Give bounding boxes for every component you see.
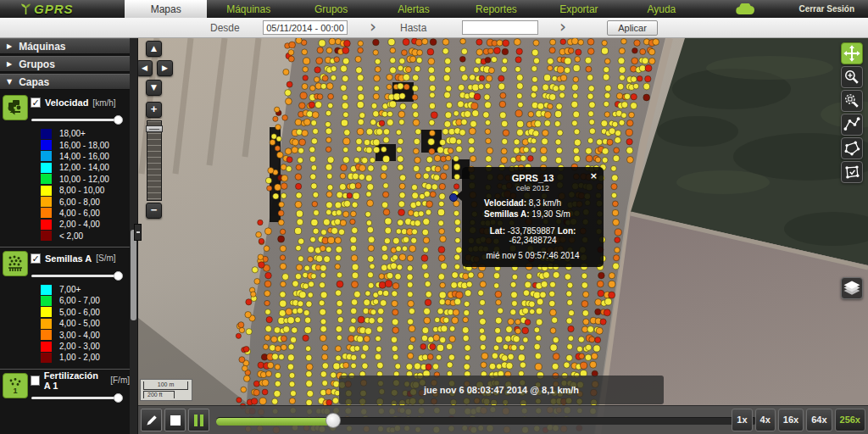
zoom-out-button[interactable]: − xyxy=(146,203,162,219)
timeline-slider[interactable] xyxy=(216,417,757,425)
app-logo: GPRS xyxy=(20,0,74,18)
logo-text: GPRS xyxy=(34,2,74,16)
sidebar: ▶Máquinas▶Grupos▼Capas ✓Velocidad[km/h]1… xyxy=(0,38,138,434)
desde-label: Desde xyxy=(210,22,240,34)
layer-icon-velocidad xyxy=(3,95,28,120)
layer-fertilizaciona1: 1Fertilización A 1[F/m] xyxy=(0,370,130,411)
pan-down-button[interactable]: ▼ xyxy=(146,80,162,96)
legend-label: 7,00+ xyxy=(59,285,81,294)
pan-up-button[interactable]: ▲ xyxy=(146,41,162,57)
select-area-tool-button[interactable] xyxy=(841,161,863,183)
pan-left-button[interactable]: ◀ xyxy=(136,60,153,76)
speed-button-4x[interactable]: 4x xyxy=(755,409,776,431)
legend-label: 5,00 - 6,00 xyxy=(59,308,100,317)
legend-label: 10,00 - 12,00 xyxy=(59,175,109,184)
zoom-in-button[interactable]: + xyxy=(146,102,162,118)
tab-grupos[interactable]: Grupos xyxy=(290,0,372,18)
sidebar-section-capas[interactable]: ▼Capas xyxy=(0,74,130,90)
zoom-level-slider[interactable] xyxy=(147,120,162,201)
legend-label: 6,00 - 7,00 xyxy=(59,296,100,305)
tooltip-latlon: Lat: -33,7859887 Lon: -62,3488724 xyxy=(469,226,597,245)
measure-path-tool-button[interactable] xyxy=(841,114,863,136)
legend-swatch xyxy=(41,319,52,329)
tooltip-subtitle: cele 2012 xyxy=(469,184,597,192)
timeline-slider-thumb[interactable] xyxy=(326,413,341,428)
legend-label: < 2,00 xyxy=(59,231,83,241)
pause-button[interactable] xyxy=(188,409,209,431)
timeline-progress xyxy=(216,418,333,426)
layer-unit: [km/h] xyxy=(92,98,115,108)
legend-label: 2,00 - 3,00 xyxy=(59,342,100,351)
layer-opacity-thumb[interactable] xyxy=(114,115,123,125)
layer-legend-velocidad: 18,00+16,00 - 18,0014,00 - 16,0012,00 - … xyxy=(0,128,130,242)
sidebar-section-maquinas[interactable]: ▶Máquinas xyxy=(0,38,130,54)
layer-checkbox-semillasa[interactable]: ✓ xyxy=(31,253,41,264)
sidebar-collapse-handle[interactable] xyxy=(134,224,142,241)
legend-swatch xyxy=(41,307,52,317)
tooltip-speed-label: Velocidad: xyxy=(484,198,526,208)
sidebar-scrollbar-thumb[interactable] xyxy=(131,230,136,320)
legend-label: 4,00 - 5,00 xyxy=(59,319,100,328)
tab-maquinas[interactable]: Máquinas xyxy=(207,0,289,18)
playback-status-bar: jue nov 6 08:03:47 2014 @ 8,1 km/h xyxy=(339,376,664,404)
legend-swatch xyxy=(41,129,52,139)
sidebar-section-label: Máquinas xyxy=(19,41,65,53)
layer-semillasa: ✓Semillas A[S/m]7,00+6,00 - 7,005,00 - 6… xyxy=(0,248,130,370)
legend-swatch xyxy=(41,163,52,173)
legend-swatch xyxy=(41,285,52,295)
legend-swatch xyxy=(41,353,52,363)
draw-button[interactable] xyxy=(141,409,162,431)
layer-opacity-slider-fertilizaciona1[interactable] xyxy=(31,393,121,403)
zoom-in-tool-button[interactable] xyxy=(841,66,863,88)
speed-button-16x[interactable]: 16x xyxy=(778,409,804,431)
layer-icon-fertilizaciona1: 1 xyxy=(3,373,28,398)
legend-row: 18,00+ xyxy=(0,128,130,139)
tooltip-close-button[interactable]: × xyxy=(590,170,598,181)
layer-list: ✓Velocidad[km/h]18,00+16,00 - 18,0014,00… xyxy=(0,92,130,411)
layer-opacity-thumb[interactable] xyxy=(114,393,123,403)
layer-opacity-slider-semillasa[interactable] xyxy=(31,271,121,281)
chevron-right-icon: ▶ xyxy=(7,60,12,68)
legend-row: 10,00 - 12,00 xyxy=(0,174,130,185)
tab-ayuda[interactable]: Ayuda xyxy=(620,0,703,18)
legend-row: 1,00 - 2,00 xyxy=(0,352,130,363)
zoom-slider-handle[interactable] xyxy=(146,125,163,132)
speed-button-64x[interactable]: 64x xyxy=(806,409,832,431)
pan-tool-button[interactable] xyxy=(841,42,863,64)
legend-swatch xyxy=(41,140,52,150)
hasta-input[interactable] xyxy=(462,20,538,35)
tab-reportes[interactable]: Reportes xyxy=(455,0,537,18)
legend-label: 12,00 - 14,00 xyxy=(59,163,109,172)
connection-status[interactable] xyxy=(703,0,785,18)
legend-row: 2,00 - 4,00 xyxy=(0,219,130,230)
layer-checkbox-velocidad[interactable]: ✓ xyxy=(31,97,41,108)
layer-opacity-thumb[interactable] xyxy=(114,271,123,281)
tractor-icon xyxy=(5,97,25,118)
legend-row: 6,00 - 8,00 xyxy=(0,196,130,207)
legend-label: 8,00 - 10,00 xyxy=(59,186,104,195)
tooltip-speed-value: 8,3 km/h xyxy=(529,198,561,208)
sidebar-section-grupos[interactable]: ▶Grupos xyxy=(0,56,130,72)
tooltip-seeds-label: Semillas A: xyxy=(484,209,530,219)
stop-button[interactable] xyxy=(164,409,186,431)
tooltip-lon-label: Lon: xyxy=(558,226,576,236)
tab-mapas[interactable]: Mapas xyxy=(125,0,207,18)
layer-checkbox-fertilizaciona1[interactable] xyxy=(31,376,40,386)
desde-input[interactable] xyxy=(263,20,348,35)
aplicar-button[interactable]: Aplicar xyxy=(607,20,658,36)
logout-button[interactable]: Cerrar Sesión xyxy=(786,0,868,18)
chevron-right-icon: ▶ xyxy=(7,42,12,50)
zoom-box-tool-button[interactable] xyxy=(841,90,863,112)
legend-label: 18,00+ xyxy=(59,129,86,138)
tab-alertas[interactable]: Alertas xyxy=(372,0,454,18)
pan-right-button[interactable]: ▶ xyxy=(157,60,173,76)
speed-button-256x[interactable]: 256x xyxy=(835,409,865,431)
speed-button-1x[interactable]: 1x xyxy=(732,409,752,431)
layers-button[interactable] xyxy=(841,277,863,299)
legend-swatch xyxy=(41,220,52,230)
layer-opacity-slider-velocidad[interactable] xyxy=(31,115,121,125)
measure-area-tool-button[interactable] xyxy=(841,137,863,159)
tab-exportar[interactable]: Exportar xyxy=(537,0,620,18)
legend-label: 16,00 - 18,00 xyxy=(59,141,109,150)
date-filter-bar: Desde › Hasta › Aplicar xyxy=(0,18,868,38)
